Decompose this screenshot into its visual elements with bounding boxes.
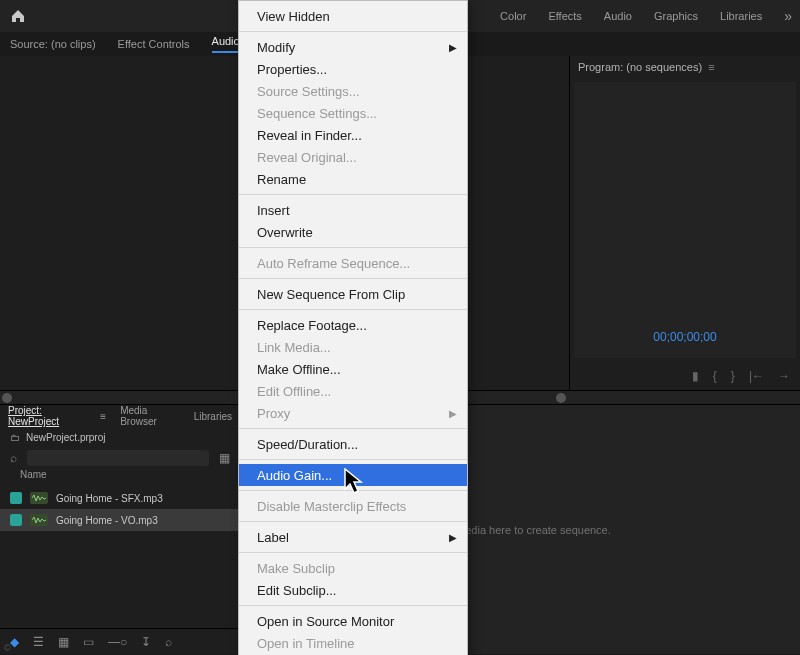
workspace-tab-audio[interactable]: Audio (604, 10, 632, 22)
submenu-arrow-icon: ▶ (449, 408, 457, 419)
program-title: Program: (no sequences) (578, 61, 702, 73)
workspace-tab-color[interactable]: Color (500, 10, 526, 22)
home-icon[interactable] (10, 8, 26, 24)
menu-item-open-in-timeline: Open in Timeline (239, 632, 467, 654)
freeform-view-icon[interactable]: ▭ (83, 635, 94, 649)
clip-name: Going Home - VO.mp3 (56, 515, 158, 526)
menu-item-source-settings: Source Settings... (239, 80, 467, 102)
program-timecode: 00;00;00;00 (653, 330, 716, 344)
tab-effect-controls[interactable]: Effect Controls (118, 38, 190, 50)
menu-item-link-media: Link Media... (239, 336, 467, 358)
clip-name: Going Home - SFX.mp3 (56, 493, 163, 504)
menu-item-label[interactable]: Label▶ (239, 526, 467, 548)
menu-item-make-subclip: Make Subclip (239, 557, 467, 579)
project-filename: NewProject.prproj (26, 432, 105, 443)
menu-separator (239, 194, 467, 195)
scroll-handle-left[interactable] (2, 393, 12, 403)
scroll-handle-right[interactable] (556, 393, 566, 403)
menu-item-proxy: Proxy▶ (239, 402, 467, 424)
audio-clip-icon (30, 492, 48, 504)
menu-separator (239, 521, 467, 522)
bracket-close-icon[interactable]: } (731, 369, 735, 383)
tab-media-browser[interactable]: Media Browser (120, 405, 179, 427)
clip-row[interactable]: Going Home - VO.mp3 (0, 509, 240, 531)
audio-clip-icon (30, 514, 48, 526)
credits-icon: © (4, 643, 11, 653)
panel-menu-icon[interactable]: ≡ (100, 411, 106, 422)
menu-item-make-offline[interactable]: Make Offline... (239, 358, 467, 380)
workspace-tab-graphics[interactable]: Graphics (654, 10, 698, 22)
program-body: 00;00;00;00 (574, 82, 796, 358)
menu-separator (239, 490, 467, 491)
menu-separator (239, 278, 467, 279)
bracket-open-icon[interactable]: { (713, 369, 717, 383)
search-icon: ⌕ (10, 451, 17, 465)
folder-up-icon[interactable]: 🗀 (10, 432, 20, 443)
project-panel: Project: NewProject ≡ Media Browser Libr… (0, 405, 240, 654)
menu-item-replace-footage[interactable]: Replace Footage... (239, 314, 467, 336)
filter-icon[interactable]: ◆ (10, 635, 19, 649)
tab-libraries[interactable]: Libraries (194, 411, 232, 422)
clip-label-chip (10, 492, 22, 504)
menu-separator (239, 247, 467, 248)
column-header-name[interactable]: Name (0, 469, 240, 487)
panel-menu-icon[interactable]: ≡ (708, 61, 714, 73)
menu-item-view-hidden[interactable]: View Hidden (239, 5, 467, 27)
program-footer: ▮ { } |← → (570, 362, 800, 390)
tab-project[interactable]: Project: NewProject (8, 405, 86, 427)
menu-item-edit-offline: Edit Offline... (239, 380, 467, 402)
menu-item-edit-subclip[interactable]: Edit Subclip... (239, 579, 467, 601)
menu-item-insert[interactable]: Insert (239, 199, 467, 221)
workspace-tabs: Color Effects Audio Graphics Libraries » (500, 0, 792, 32)
list-view-icon[interactable]: ☰ (33, 635, 44, 649)
zoom-slider[interactable]: —○ (108, 635, 127, 649)
icon-view-icon[interactable]: ▦ (58, 635, 69, 649)
menu-item-modify[interactable]: Modify▶ (239, 36, 467, 58)
submenu-arrow-icon: ▶ (449, 42, 457, 53)
tab-source[interactable]: Source: (no clips) (10, 38, 96, 50)
menu-separator (239, 605, 467, 606)
automate-icon[interactable]: ↧ (141, 635, 151, 649)
menu-item-properties[interactable]: Properties... (239, 58, 467, 80)
program-monitor: Program: (no sequences) ≡ 00;00;00;00 ▮ … (570, 56, 800, 390)
menu-item-rename[interactable]: Rename (239, 168, 467, 190)
workspace-overflow-icon[interactable]: » (784, 8, 792, 24)
menu-item-new-sequence-from-clip[interactable]: New Sequence From Clip (239, 283, 467, 305)
menu-item-speed-duration[interactable]: Speed/Duration... (239, 433, 467, 455)
menu-item-audio-gain[interactable]: Audio Gain... (239, 464, 467, 486)
menu-item-sequence-settings: Sequence Settings... (239, 102, 467, 124)
menu-separator (239, 459, 467, 460)
menu-separator (239, 428, 467, 429)
workspace-tab-libraries[interactable]: Libraries (720, 10, 762, 22)
menu-separator (239, 31, 467, 32)
menu-item-disable-masterclip-effects: Disable Masterclip Effects (239, 495, 467, 517)
new-bin-icon[interactable]: ▦ (219, 451, 230, 465)
project-search-input[interactable] (27, 450, 209, 466)
step-fwd-icon[interactable]: → (778, 369, 790, 383)
menu-item-overwrite[interactable]: Overwrite (239, 221, 467, 243)
find-icon[interactable]: ⌕ (165, 635, 172, 649)
clip-row[interactable]: Going Home - SFX.mp3 (0, 487, 240, 509)
step-back-icon[interactable]: |← (749, 369, 764, 383)
marker-icon[interactable]: ▮ (692, 369, 699, 383)
menu-item-reveal-in-finder[interactable]: Reveal in Finder... (239, 124, 467, 146)
menu-separator (239, 552, 467, 553)
clip-context-menu: View HiddenModify▶Properties...Source Se… (238, 0, 468, 655)
clip-label-chip (10, 514, 22, 526)
menu-item-auto-reframe-sequence: Auto Reframe Sequence... (239, 252, 467, 274)
submenu-arrow-icon: ▶ (449, 532, 457, 543)
workspace-tab-effects[interactable]: Effects (548, 10, 581, 22)
menu-item-reveal-original: Reveal Original... (239, 146, 467, 168)
menu-item-open-in-source-monitor[interactable]: Open in Source Monitor (239, 610, 467, 632)
menu-separator (239, 309, 467, 310)
